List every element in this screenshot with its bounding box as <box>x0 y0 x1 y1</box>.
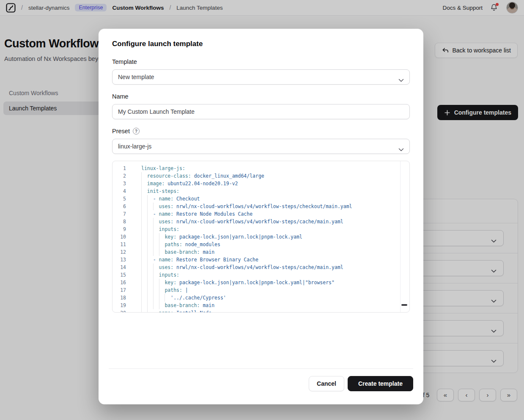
create-template-button[interactable]: Create template <box>348 376 413 391</box>
code-editor-content: 1linux-large-js:2 resource-class: docker… <box>112 165 409 313</box>
chevron-down-icon <box>398 76 404 84</box>
yaml-code-editor[interactable]: 1linux-large-js:2 resource-class: docker… <box>112 161 410 313</box>
template-select-value: New template <box>118 74 154 80</box>
cancel-button[interactable]: Cancel <box>309 376 344 391</box>
name-field-label: Name <box>112 93 410 100</box>
app-root: / stellar-dynamics Enterprise Custom Wor… <box>0 0 524 420</box>
name-input[interactable] <box>112 104 409 119</box>
preset-label-text: Preset <box>112 128 130 135</box>
configure-launch-template-modal: Configure launch template Template New t… <box>99 29 423 404</box>
chevron-down-icon <box>398 145 404 153</box>
editor-scrollbar-thumb[interactable] <box>401 304 407 306</box>
preset-select[interactable]: linux-large-js <box>112 139 410 154</box>
editor-scrollbar-track <box>400 161 401 312</box>
name-input-wrap <box>112 104 410 119</box>
modal-title: Configure launch template <box>112 40 410 48</box>
modal-footer: Cancel Create template <box>109 368 413 391</box>
preset-select-value: linux-large-js <box>118 143 151 150</box>
template-select[interactable]: New template <box>112 69 410 85</box>
template-field-label: Template <box>112 58 410 65</box>
preset-field-label: Preset ? <box>112 128 410 135</box>
preset-help-icon[interactable]: ? <box>133 128 140 135</box>
